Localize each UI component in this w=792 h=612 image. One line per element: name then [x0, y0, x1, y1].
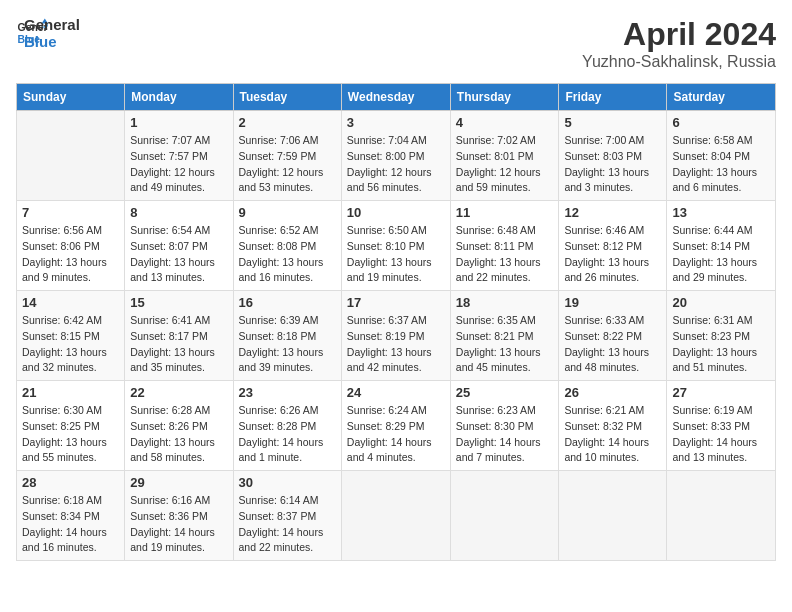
weekday-header-monday: Monday [125, 84, 233, 111]
calendar-cell: 13Sunrise: 6:44 AMSunset: 8:14 PMDayligh… [667, 201, 776, 291]
weekday-header-sunday: Sunday [17, 84, 125, 111]
day-info: Sunrise: 6:54 AMSunset: 8:07 PMDaylight:… [130, 223, 227, 286]
weekday-header-friday: Friday [559, 84, 667, 111]
calendar-header-row: SundayMondayTuesdayWednesdayThursdayFrid… [17, 84, 776, 111]
day-info: Sunrise: 6:24 AMSunset: 8:29 PMDaylight:… [347, 403, 445, 466]
day-info: Sunrise: 6:26 AMSunset: 8:28 PMDaylight:… [239, 403, 336, 466]
day-info: Sunrise: 6:16 AMSunset: 8:36 PMDaylight:… [130, 493, 227, 556]
day-number: 23 [239, 385, 336, 400]
calendar-week-row: 7Sunrise: 6:56 AMSunset: 8:06 PMDaylight… [17, 201, 776, 291]
calendar-week-row: 21Sunrise: 6:30 AMSunset: 8:25 PMDayligh… [17, 381, 776, 471]
calendar-cell: 9Sunrise: 6:52 AMSunset: 8:08 PMDaylight… [233, 201, 341, 291]
day-info: Sunrise: 6:52 AMSunset: 8:08 PMDaylight:… [239, 223, 336, 286]
day-info: Sunrise: 7:00 AMSunset: 8:03 PMDaylight:… [564, 133, 661, 196]
calendar-cell: 18Sunrise: 6:35 AMSunset: 8:21 PMDayligh… [450, 291, 559, 381]
day-info: Sunrise: 6:46 AMSunset: 8:12 PMDaylight:… [564, 223, 661, 286]
day-number: 4 [456, 115, 554, 130]
calendar-cell: 21Sunrise: 6:30 AMSunset: 8:25 PMDayligh… [17, 381, 125, 471]
logo: General Blue General Blue [16, 16, 80, 50]
day-number: 7 [22, 205, 119, 220]
calendar-cell: 14Sunrise: 6:42 AMSunset: 8:15 PMDayligh… [17, 291, 125, 381]
day-number: 25 [456, 385, 554, 400]
calendar-cell: 29Sunrise: 6:16 AMSunset: 8:36 PMDayligh… [125, 471, 233, 561]
calendar-cell: 5Sunrise: 7:00 AMSunset: 8:03 PMDaylight… [559, 111, 667, 201]
calendar-cell: 28Sunrise: 6:18 AMSunset: 8:34 PMDayligh… [17, 471, 125, 561]
weekday-header-tuesday: Tuesday [233, 84, 341, 111]
calendar-week-row: 14Sunrise: 6:42 AMSunset: 8:15 PMDayligh… [17, 291, 776, 381]
calendar-cell [559, 471, 667, 561]
calendar-cell: 11Sunrise: 6:48 AMSunset: 8:11 PMDayligh… [450, 201, 559, 291]
weekday-header-saturday: Saturday [667, 84, 776, 111]
day-info: Sunrise: 6:41 AMSunset: 8:17 PMDaylight:… [130, 313, 227, 376]
day-info: Sunrise: 6:19 AMSunset: 8:33 PMDaylight:… [672, 403, 770, 466]
calendar-cell: 22Sunrise: 6:28 AMSunset: 8:26 PMDayligh… [125, 381, 233, 471]
day-number: 1 [130, 115, 227, 130]
calendar-cell: 7Sunrise: 6:56 AMSunset: 8:06 PMDaylight… [17, 201, 125, 291]
calendar-body: 1Sunrise: 7:07 AMSunset: 7:57 PMDaylight… [17, 111, 776, 561]
calendar-cell: 24Sunrise: 6:24 AMSunset: 8:29 PMDayligh… [341, 381, 450, 471]
day-info: Sunrise: 6:42 AMSunset: 8:15 PMDaylight:… [22, 313, 119, 376]
calendar-week-row: 28Sunrise: 6:18 AMSunset: 8:34 PMDayligh… [17, 471, 776, 561]
day-number: 9 [239, 205, 336, 220]
day-info: Sunrise: 6:33 AMSunset: 8:22 PMDaylight:… [564, 313, 661, 376]
calendar-cell [17, 111, 125, 201]
calendar-cell: 20Sunrise: 6:31 AMSunset: 8:23 PMDayligh… [667, 291, 776, 381]
calendar-cell: 17Sunrise: 6:37 AMSunset: 8:19 PMDayligh… [341, 291, 450, 381]
day-number: 19 [564, 295, 661, 310]
day-info: Sunrise: 6:14 AMSunset: 8:37 PMDaylight:… [239, 493, 336, 556]
calendar-cell: 26Sunrise: 6:21 AMSunset: 8:32 PMDayligh… [559, 381, 667, 471]
calendar-cell: 30Sunrise: 6:14 AMSunset: 8:37 PMDayligh… [233, 471, 341, 561]
day-info: Sunrise: 6:28 AMSunset: 8:26 PMDaylight:… [130, 403, 227, 466]
day-number: 3 [347, 115, 445, 130]
month-year-title: April 2024 [582, 16, 776, 53]
day-number: 15 [130, 295, 227, 310]
day-number: 17 [347, 295, 445, 310]
day-info: Sunrise: 7:02 AMSunset: 8:01 PMDaylight:… [456, 133, 554, 196]
day-number: 12 [564, 205, 661, 220]
logo-general: General [24, 16, 80, 33]
day-number: 22 [130, 385, 227, 400]
day-number: 11 [456, 205, 554, 220]
weekday-header-wednesday: Wednesday [341, 84, 450, 111]
calendar-cell [667, 471, 776, 561]
calendar-table: SundayMondayTuesdayWednesdayThursdayFrid… [16, 83, 776, 561]
day-info: Sunrise: 6:37 AMSunset: 8:19 PMDaylight:… [347, 313, 445, 376]
day-number: 16 [239, 295, 336, 310]
calendar-cell: 12Sunrise: 6:46 AMSunset: 8:12 PMDayligh… [559, 201, 667, 291]
day-info: Sunrise: 7:06 AMSunset: 7:59 PMDaylight:… [239, 133, 336, 196]
day-number: 26 [564, 385, 661, 400]
day-info: Sunrise: 6:21 AMSunset: 8:32 PMDaylight:… [564, 403, 661, 466]
location-subtitle: Yuzhno-Sakhalinsk, Russia [582, 53, 776, 71]
calendar-cell: 10Sunrise: 6:50 AMSunset: 8:10 PMDayligh… [341, 201, 450, 291]
day-info: Sunrise: 7:04 AMSunset: 8:00 PMDaylight:… [347, 133, 445, 196]
day-info: Sunrise: 6:30 AMSunset: 8:25 PMDaylight:… [22, 403, 119, 466]
calendar-cell: 27Sunrise: 6:19 AMSunset: 8:33 PMDayligh… [667, 381, 776, 471]
day-info: Sunrise: 6:23 AMSunset: 8:30 PMDaylight:… [456, 403, 554, 466]
calendar-week-row: 1Sunrise: 7:07 AMSunset: 7:57 PMDaylight… [17, 111, 776, 201]
day-number: 13 [672, 205, 770, 220]
calendar-cell: 16Sunrise: 6:39 AMSunset: 8:18 PMDayligh… [233, 291, 341, 381]
day-info: Sunrise: 6:31 AMSunset: 8:23 PMDaylight:… [672, 313, 770, 376]
calendar-cell: 25Sunrise: 6:23 AMSunset: 8:30 PMDayligh… [450, 381, 559, 471]
day-info: Sunrise: 7:07 AMSunset: 7:57 PMDaylight:… [130, 133, 227, 196]
day-number: 8 [130, 205, 227, 220]
day-info: Sunrise: 6:18 AMSunset: 8:34 PMDaylight:… [22, 493, 119, 556]
title-block: April 2024 Yuzhno-Sakhalinsk, Russia [582, 16, 776, 71]
day-number: 30 [239, 475, 336, 490]
day-number: 2 [239, 115, 336, 130]
calendar-cell: 19Sunrise: 6:33 AMSunset: 8:22 PMDayligh… [559, 291, 667, 381]
calendar-cell [341, 471, 450, 561]
day-number: 14 [22, 295, 119, 310]
day-info: Sunrise: 6:39 AMSunset: 8:18 PMDaylight:… [239, 313, 336, 376]
day-number: 27 [672, 385, 770, 400]
day-number: 24 [347, 385, 445, 400]
calendar-cell: 1Sunrise: 7:07 AMSunset: 7:57 PMDaylight… [125, 111, 233, 201]
calendar-cell [450, 471, 559, 561]
day-number: 6 [672, 115, 770, 130]
day-number: 10 [347, 205, 445, 220]
logo-blue: Blue [24, 33, 80, 50]
day-info: Sunrise: 6:58 AMSunset: 8:04 PMDaylight:… [672, 133, 770, 196]
day-info: Sunrise: 6:48 AMSunset: 8:11 PMDaylight:… [456, 223, 554, 286]
day-number: 20 [672, 295, 770, 310]
day-number: 29 [130, 475, 227, 490]
